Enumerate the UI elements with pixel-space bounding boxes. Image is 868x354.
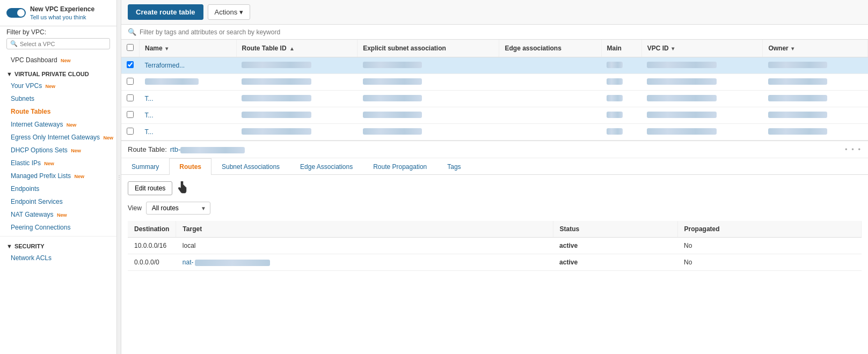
route-tables-table: Name ▾ Route Table ID ▲ Explicit subnet … [121,40,868,141]
routes-row: 0.0.0.0/0 nat- active No [128,254,862,271]
col-route-table-id: Route Table ID ▲ [236,40,358,57]
edit-routes-button[interactable]: Edit routes [128,181,172,195]
row-checkbox[interactable] [127,61,134,68]
row-owner [763,74,868,91]
vpc-toggle-label: New VPC Experience [30,5,94,13]
sidebar-item-managed-prefix[interactable]: Managed Prefix Lists New [0,169,116,182]
tab-summary[interactable]: Summary [121,158,169,175]
row-checkbox-cell[interactable] [121,124,140,141]
row-main [601,91,641,107]
col-main: Main [601,40,641,57]
sidebar-nav: VPC Dashboard New ▼ VIRTUAL PRIVATE CLOU… [0,54,116,354]
search-input[interactable] [140,28,862,36]
route-target: nat- [176,254,553,271]
table-row[interactable]: Terraformed... [121,57,868,74]
view-label: View [128,204,142,212]
search-icon: 🔍 [128,28,136,36]
row-name: Terraformed... [140,57,237,74]
row-checkbox[interactable] [127,111,134,118]
routes-content: Edit routes View All routesActive routes [121,175,868,354]
toolbar: Create route table Actions ▾ [121,0,868,25]
tab-subnets[interactable]: Subnet Associations [211,158,290,175]
sidebar-item-egress-gateways[interactable]: Egress Only Internet Gateways New [0,131,116,144]
row-checkbox-cell[interactable] [121,107,140,124]
table-row[interactable] [121,74,868,91]
row-edge [499,57,601,74]
sidebar-item-endpoints[interactable]: Endpoints [0,182,116,195]
route-table-id: rtb- [170,145,245,153]
row-rtid [236,74,358,91]
sidebar-item-network-acls[interactable]: Network ACLs [0,252,116,264]
col-name: Name ▾ [140,40,237,57]
sidebar-resize-handle[interactable]: ⋮ [117,0,121,354]
row-checkbox[interactable] [127,94,134,101]
actions-button[interactable]: Actions ▾ [208,4,251,20]
filter-vpc-input[interactable] [20,41,106,47]
row-checkbox[interactable] [127,78,134,85]
row-rtid [236,57,358,74]
view-select-wrapper[interactable]: All routesActive routes [146,202,210,215]
actions-label: Actions [215,8,238,16]
routes-table: Destination Target Status Propagated 10.… [128,221,862,271]
row-checkbox[interactable] [127,128,134,135]
sidebar-item-route-tables[interactable]: Route Tables [0,105,116,118]
sidebar-item-nat-gateways[interactable]: NAT Gateways New [0,208,116,221]
sidebar-section-security: ▼ SECURITY [0,239,116,252]
route-propagated: No [677,238,861,254]
select-all-header[interactable] [121,40,140,57]
row-vpcid [641,107,763,124]
filter-vpc-input-wrapper[interactable]: 🔍 [6,38,110,49]
detail-header: Route Table: rtb- • • • [121,141,868,158]
sidebar-item-peering-connections[interactable]: Peering Connections [0,221,116,234]
nat-link[interactable]: nat- [183,259,194,266]
sidebar-item-subnets[interactable]: Subnets [0,92,116,105]
tab-propagation[interactable]: Route Propagation [363,158,437,175]
sidebar-section-vpc: ▼ VIRTUAL PRIVATE CLOUD [0,67,116,79]
sidebar: New VPC Experience Tell us what you thin… [0,0,117,354]
row-checkbox-cell[interactable] [121,74,140,91]
sidebar-item-your-vpcs[interactable]: Your VPCs New [0,79,116,92]
col-vpc-id: VPC ID ▾ [641,40,763,57]
sidebar-item-dhcp-options[interactable]: DHCP Options Sets New [0,144,116,157]
row-owner [763,57,868,74]
row-main [601,74,641,91]
row-explicit [358,124,499,141]
view-select[interactable]: All routesActive routes [146,202,210,215]
sidebar-item-endpoint-services[interactable]: Endpoint Services [0,195,116,208]
routes-col-status: Status [553,221,677,238]
row-rtid [236,124,358,141]
row-owner [763,91,868,107]
tab-tags[interactable]: Tags [437,158,471,175]
sidebar-item-internet-gateways[interactable]: Internet Gateways New [0,118,116,131]
route-status: active [553,238,677,254]
sidebar-item-vpc-dashboard[interactable]: VPC Dashboard New [0,54,116,67]
routes-col-propagated: Propagated [677,221,861,238]
sidebar-divider [0,236,116,237]
row-edge [499,124,601,141]
row-checkbox-cell[interactable] [121,57,140,74]
table-row[interactable]: T... [121,124,868,141]
route-propagated: No [677,254,861,271]
row-edge [499,74,601,91]
row-explicit [358,91,499,107]
sidebar-item-elastic-ips[interactable]: Elastic IPs New [0,157,116,169]
tab-edge[interactable]: Edge Associations [290,158,363,175]
tab-routes[interactable]: Routes [169,158,211,175]
col-owner: Owner ▾ [763,40,868,57]
routes-col-destination: Destination [128,221,176,238]
row-name: T... [140,124,237,141]
route-status: active [553,254,677,271]
create-route-table-button[interactable]: Create route table [128,4,203,20]
vpc-toggle[interactable]: New VPC Experience Tell us what you thin… [6,5,110,20]
vpc-toggle-subtitle[interactable]: Tell us what you think [30,14,94,20]
view-row: View All routesActive routes [128,202,862,215]
table-row[interactable]: T... [121,107,868,124]
row-checkbox-cell[interactable] [121,91,140,107]
row-name: T... [140,91,237,107]
route-destination: 0.0.0.0/0 [128,254,176,271]
col-edge-assoc: Edge associations [499,40,601,57]
main-content: Create route table Actions ▾ 🔍 Name ▾ Ro… [121,0,868,354]
table-row[interactable]: T... [121,91,868,107]
toggle-switch[interactable] [6,8,26,18]
select-all-checkbox[interactable] [127,44,134,51]
